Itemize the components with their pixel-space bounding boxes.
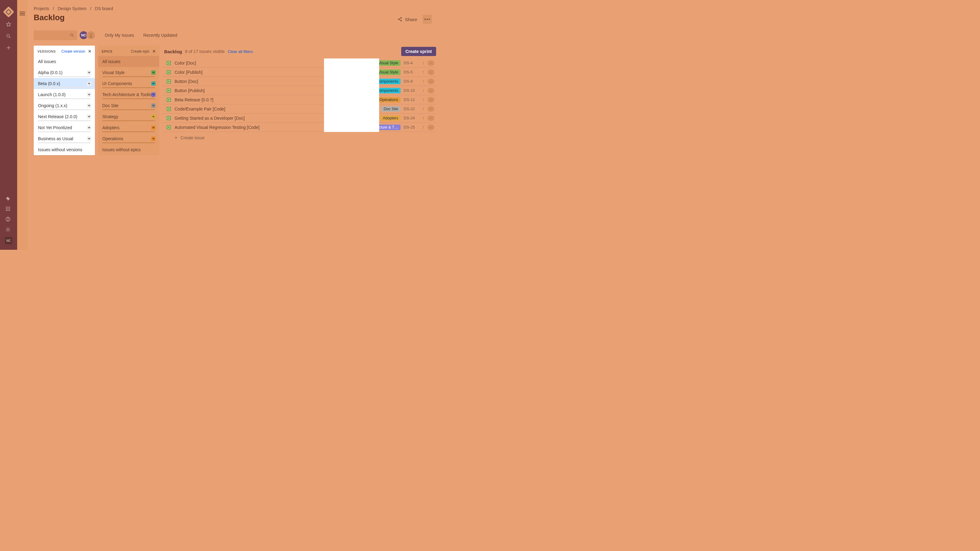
settings-icon[interactable]: [5, 227, 11, 233]
story-icon: [167, 79, 171, 84]
svg-rect-6: [9, 208, 10, 210]
plus-icon[interactable]: [5, 45, 12, 51]
svg-rect-3: [9, 206, 10, 208]
epic-item[interactable]: Adopters: [98, 122, 159, 133]
version-item[interactable]: Launch (1.0.0): [34, 89, 95, 100]
avatar-unassigned[interactable]: [86, 30, 95, 40]
star-icon[interactable]: [5, 21, 12, 27]
issue-row[interactable]: Color [Doc]BETA (0.0.X)Visual StyleDS-4↑…: [162, 59, 436, 68]
issue-row[interactable]: Beta Release [0.0.?]BETA (0.0.X)Operatio…: [162, 95, 436, 105]
epic-item[interactable]: Tech Architecture & Tooling: [98, 89, 159, 100]
version-chip[interactable]: BETA (0.0.X): [330, 125, 353, 130]
issue-row[interactable]: Button [Doc]BETA (0.0.X)UI ComponentsDS-…: [162, 77, 436, 86]
versions-panel-title: VERSIONS: [37, 49, 56, 53]
story-icon: [167, 107, 171, 111]
backlog-column: Backlog 8 of 17 issues visible Clear all…: [162, 46, 436, 140]
page-actions: Share: [398, 15, 432, 24]
issue-key[interactable]: DS-4: [404, 60, 421, 65]
search-icon: [70, 33, 74, 37]
version-chip[interactable]: BETA (0.0.X): [350, 70, 373, 75]
issue-row[interactable]: Button [Publish]BETA (0.0.X)UI Component…: [162, 86, 436, 95]
filter-recently-updated[interactable]: Recently Updated: [143, 33, 177, 38]
clear-filters-link[interactable]: Clear all filters: [228, 49, 253, 54]
version-item[interactable]: Ongoing (1.x.x): [34, 100, 95, 111]
issue-list: Color [Doc]BETA (0.0.X)Visual StyleDS-4↑…: [162, 59, 436, 132]
issue-row[interactable]: Getting Started as a Developer [Doc]BETA…: [162, 114, 436, 123]
epic-item[interactable]: UI Components: [98, 78, 159, 89]
issue-summary: Color [Publish]: [175, 70, 202, 75]
version-issues-without-versions[interactable]: Issues without versions: [34, 144, 95, 155]
breadcrumb-board[interactable]: DS board: [95, 6, 113, 11]
epic-chip[interactable]: Operations: [377, 97, 401, 103]
priority-icon: ↑: [421, 106, 426, 112]
version-item[interactable]: Next Release (2.0.0): [34, 111, 95, 122]
issue-key[interactable]: DS-5: [404, 70, 421, 75]
issue-key[interactable]: DS-22: [404, 106, 421, 111]
epic-chip[interactable]: Tech Architecture & T…: [356, 125, 401, 130]
version-item[interactable]: Not Yet Prioritized: [34, 122, 95, 133]
svg-rect-4: [6, 208, 7, 210]
filter-only-my-issues[interactable]: Only My Issues: [105, 33, 134, 38]
issue-key[interactable]: DS-24: [404, 116, 421, 120]
search-icon[interactable]: [5, 33, 12, 39]
breadcrumb-projects[interactable]: Projects: [34, 6, 49, 11]
estimate-badge: -: [428, 70, 434, 75]
version-chip[interactable]: BETA (0.0.X): [350, 60, 373, 65]
create-sprint-button[interactable]: Create sprint: [401, 47, 436, 56]
epic-chip[interactable]: Doc Site: [381, 106, 401, 112]
epic-chip[interactable]: Adopters: [380, 115, 401, 121]
epic-chip[interactable]: UI Components: [369, 79, 401, 84]
priority-icon: ↑: [421, 79, 426, 84]
epic-item[interactable]: Operations: [98, 133, 159, 144]
ship-icon[interactable]: [5, 195, 11, 202]
app-logo-icon[interactable]: [3, 6, 14, 18]
issue-summary: Button [Publish]: [175, 88, 205, 93]
issue-summary: Button [Doc]: [175, 79, 198, 84]
epic-chip[interactable]: Visual Style: [376, 60, 401, 66]
sidebar-collapse-rail: [17, 0, 27, 250]
search-input[interactable]: [34, 30, 77, 40]
version-chip[interactable]: BETA (0.0.X): [343, 88, 367, 93]
person-icon: [89, 33, 94, 38]
issue-row[interactable]: Color [Publish]BETA (0.0.X)Visual StyleD…: [162, 68, 436, 77]
apps-icon[interactable]: [5, 206, 11, 212]
help-icon[interactable]: [5, 216, 11, 222]
left-nav-rail: NC: [0, 0, 17, 250]
issue-key[interactable]: DS-9: [404, 79, 421, 84]
epic-item[interactable]: Doc Site: [98, 100, 159, 111]
version-chip[interactable]: BETA (0.0.X): [355, 116, 378, 121]
breadcrumb-project[interactable]: Design System: [57, 6, 86, 11]
main-content: Projects / Design System / DS board Back…: [27, 0, 442, 250]
share-button[interactable]: Share: [398, 17, 417, 22]
close-epics-icon[interactable]: ×: [153, 49, 156, 54]
version-item-selected[interactable]: Beta (0.0.x): [34, 78, 95, 89]
version-item[interactable]: Alpha (0.0.1): [34, 67, 95, 78]
version-item[interactable]: Business as Usual: [34, 133, 95, 144]
epic-chip[interactable]: UI Components: [369, 88, 401, 94]
version-chip[interactable]: BETA (0.0.X): [343, 79, 367, 84]
svg-point-12: [7, 229, 9, 230]
sidebar-toggle-icon[interactable]: [19, 10, 25, 16]
issue-row[interactable]: Automated Visual Regression Testing [Cod…: [162, 123, 436, 132]
svg-rect-5: [8, 208, 9, 210]
create-version-link[interactable]: Create version: [61, 49, 85, 54]
issue-key[interactable]: DS-25: [404, 125, 421, 130]
version-chip[interactable]: BETA (0.0.X): [351, 97, 375, 102]
issue-key[interactable]: DS-12: [404, 97, 421, 102]
epic-issues-without-epics[interactable]: Issues without epics: [98, 144, 159, 155]
issue-summary: Automated Visual Regression Testing [Cod…: [175, 125, 259, 130]
issue-row[interactable]: Code/Example Pair [Code]BETA (0.0.X)Doc …: [162, 105, 436, 114]
epic-all-issues[interactable]: All issues: [98, 56, 159, 67]
create-issue-link[interactable]: + Create issue: [162, 132, 436, 140]
version-chip[interactable]: BETA (0.0.X): [356, 106, 379, 111]
epic-item[interactable]: Visual Style: [98, 67, 159, 78]
epic-item[interactable]: Strategy: [98, 111, 159, 122]
issue-key[interactable]: DS-10: [404, 88, 421, 93]
epic-chip[interactable]: Visual Style: [376, 70, 401, 75]
rail-user-avatar[interactable]: NC: [5, 237, 12, 244]
close-versions-icon[interactable]: ×: [88, 49, 91, 54]
estimate-badge: -: [428, 97, 434, 103]
version-all-issues[interactable]: All issues: [34, 56, 95, 67]
more-menu-button[interactable]: [423, 15, 432, 24]
create-epic-link[interactable]: Create epic: [131, 49, 150, 54]
